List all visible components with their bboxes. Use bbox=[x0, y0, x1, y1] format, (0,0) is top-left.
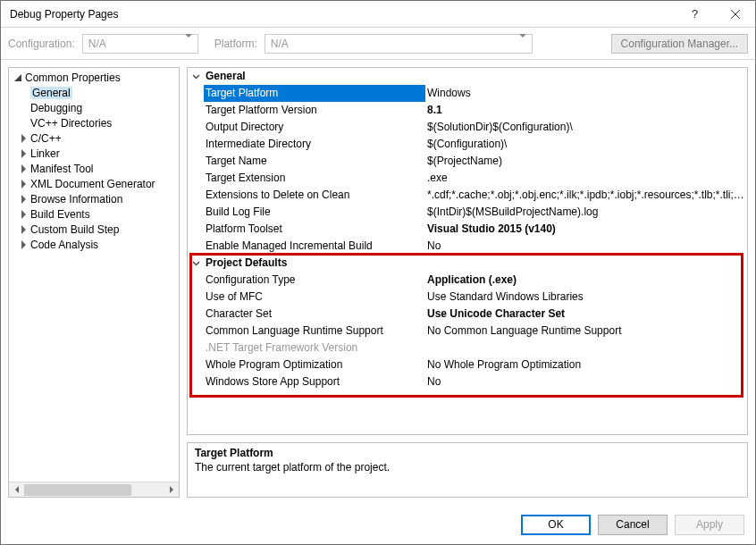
scroll-thumb[interactable] bbox=[24, 484, 131, 496]
main-area: Common PropertiesGeneralDebuggingVC++ Di… bbox=[1, 60, 755, 505]
property-value[interactable]: No Common Language Runtime Support bbox=[425, 323, 747, 340]
tree-item[interactable]: VC++ Directories bbox=[9, 115, 179, 130]
help-button[interactable]: ? bbox=[675, 1, 715, 28]
property-grid[interactable]: GeneralTarget PlatformWindowsTarget Plat… bbox=[188, 68, 747, 390]
expand-icon bbox=[18, 239, 29, 250]
description-title: Target Platform bbox=[195, 447, 740, 459]
collapse-icon bbox=[188, 68, 204, 85]
platform-value: N/A bbox=[271, 38, 289, 50]
property-value[interactable]: Windows bbox=[425, 85, 747, 102]
tree-item[interactable]: C/C++ bbox=[9, 130, 179, 146]
property-name: Whole Program Optimization bbox=[204, 356, 425, 373]
property-value[interactable]: 8.1 bbox=[425, 102, 747, 119]
property-name: Platform Toolset bbox=[204, 221, 425, 238]
property-name: Extensions to Delete on Clean bbox=[204, 187, 425, 204]
tree-item-label: Custom Build Step bbox=[30, 223, 119, 236]
tree-item-label: VC++ Directories bbox=[30, 117, 112, 130]
tree-item-label: XML Document Generator bbox=[30, 178, 155, 190]
property-row[interactable]: Platform ToolsetVisual Studio 2015 (v140… bbox=[188, 221, 747, 238]
property-value[interactable]: $(Configuration)\ bbox=[425, 136, 747, 153]
property-value[interactable]: No Whole Program Optimization bbox=[425, 356, 747, 373]
category-header[interactable]: Project Defaults bbox=[188, 255, 747, 272]
property-name: Intermediate Directory bbox=[204, 136, 425, 153]
property-value[interactable]: $(ProjectName) bbox=[425, 153, 747, 170]
expand-icon bbox=[18, 194, 29, 205]
property-row[interactable]: Windows Store App SupportNo bbox=[188, 373, 747, 390]
property-row[interactable]: Target Extension.exe bbox=[188, 170, 747, 187]
property-value[interactable]: $(IntDir)$(MSBuildProjectName).log bbox=[425, 204, 747, 221]
cancel-button[interactable]: Cancel bbox=[598, 515, 668, 535]
platform-combo[interactable]: N/A bbox=[265, 34, 533, 54]
configuration-label: Configuration: bbox=[8, 38, 75, 50]
collapse-icon bbox=[188, 255, 204, 272]
tree-item[interactable]: Manifest Tool bbox=[9, 161, 179, 176]
property-value[interactable]: Application (.exe) bbox=[425, 272, 747, 289]
property-value[interactable]: .exe bbox=[425, 170, 747, 187]
expand-icon bbox=[18, 224, 29, 235]
property-row[interactable]: Extensions to Delete on Clean*.cdf;*.cac… bbox=[188, 187, 747, 204]
window-title: Debug Property Pages bbox=[10, 8, 675, 21]
property-value[interactable]: Visual Studio 2015 (v140) bbox=[425, 221, 747, 238]
tree-item[interactable]: Code Analysis bbox=[9, 237, 179, 252]
configuration-manager-button[interactable]: Configuration Manager... bbox=[611, 34, 748, 54]
close-icon bbox=[731, 10, 740, 19]
ok-button[interactable]: OK bbox=[521, 515, 591, 535]
property-value[interactable]: Use Standard Windows Libraries bbox=[425, 289, 747, 306]
tree-item[interactable]: Build Events bbox=[9, 206, 179, 222]
tree-item[interactable]: Debugging bbox=[9, 100, 179, 115]
chevron-down-icon bbox=[516, 38, 530, 50]
property-pages-dialog: Debug Property Pages ? Configuration: N/… bbox=[0, 0, 756, 545]
property-value[interactable]: No bbox=[425, 238, 747, 255]
category-tree[interactable]: Common PropertiesGeneralDebuggingVC++ Di… bbox=[9, 68, 179, 482]
property-row[interactable]: Configuration TypeApplication (.exe) bbox=[188, 272, 747, 289]
dialog-footer: OK Cancel Apply bbox=[1, 505, 755, 544]
property-row[interactable]: Target Platform Version8.1 bbox=[188, 102, 747, 119]
property-name: Output Directory bbox=[204, 119, 425, 136]
property-row[interactable]: Whole Program OptimizationNo Whole Progr… bbox=[188, 356, 747, 373]
property-value[interactable]: *.cdf;*.cache;*.obj;*.obj.enc;*.ilk;*.ip… bbox=[425, 187, 747, 204]
titlebar: Debug Property Pages ? bbox=[1, 1, 755, 28]
property-row[interactable]: Character SetUse Unicode Character Set bbox=[188, 306, 747, 323]
property-row[interactable]: Common Language Runtime SupportNo Common… bbox=[188, 323, 747, 340]
category-tree-panel: Common PropertiesGeneralDebuggingVC++ Di… bbox=[8, 67, 180, 498]
expand-icon bbox=[18, 148, 29, 159]
apply-button[interactable]: Apply bbox=[675, 515, 744, 535]
property-value[interactable]: Use Unicode Character Set bbox=[425, 306, 747, 323]
property-value[interactable] bbox=[425, 340, 747, 356]
scroll-track[interactable] bbox=[24, 482, 164, 498]
property-row[interactable]: Use of MFCUse Standard Windows Libraries bbox=[188, 289, 747, 306]
tree-h-scrollbar[interactable] bbox=[9, 482, 179, 497]
chevron-down-icon bbox=[181, 38, 196, 50]
tree-item[interactable]: XML Document Generator bbox=[9, 176, 179, 191]
property-value[interactable]: No bbox=[425, 373, 747, 390]
tree-item[interactable]: General bbox=[9, 85, 179, 100]
tree-item[interactable]: Linker bbox=[9, 146, 179, 161]
close-button[interactable] bbox=[715, 1, 755, 28]
property-row[interactable]: Target Name$(ProjectName) bbox=[188, 153, 747, 170]
expand-icon bbox=[18, 179, 29, 189]
configuration-value: N/A bbox=[88, 38, 106, 50]
scroll-left-icon[interactable] bbox=[9, 482, 24, 498]
tree-item-label: Linker bbox=[30, 147, 60, 160]
property-name: Common Language Runtime Support bbox=[204, 323, 425, 340]
property-row[interactable]: Target PlatformWindows bbox=[188, 85, 747, 102]
property-row[interactable]: Output Directory$(SolutionDir)$(Configur… bbox=[188, 119, 747, 136]
property-row[interactable]: Enable Managed Incremental BuildNo bbox=[188, 238, 747, 255]
property-row[interactable]: .NET Target Framework Version bbox=[188, 340, 747, 356]
expand-icon bbox=[18, 209, 29, 220]
tree-root[interactable]: Common Properties bbox=[9, 70, 179, 85]
tree-item[interactable]: Browse Information bbox=[9, 191, 179, 206]
tree-item-label: C/C++ bbox=[30, 132, 62, 145]
property-row[interactable]: Build Log File$(IntDir)$(MSBuildProjectN… bbox=[188, 204, 747, 221]
property-value[interactable]: $(SolutionDir)$(Configuration)\ bbox=[425, 119, 747, 136]
configuration-combo[interactable]: N/A bbox=[82, 34, 198, 54]
category-label: Project Defaults bbox=[204, 255, 287, 272]
property-row[interactable]: Intermediate Directory$(Configuration)\ bbox=[188, 136, 747, 153]
category-header[interactable]: General bbox=[188, 68, 747, 85]
tree-item-label: Manifest Tool bbox=[30, 163, 93, 175]
tree-item-label: Code Analysis bbox=[30, 239, 98, 251]
tree-item[interactable]: Custom Build Step bbox=[9, 222, 179, 237]
property-name: .NET Target Framework Version bbox=[204, 340, 425, 356]
property-name: Character Set bbox=[204, 306, 425, 323]
scroll-right-icon[interactable] bbox=[164, 482, 179, 498]
